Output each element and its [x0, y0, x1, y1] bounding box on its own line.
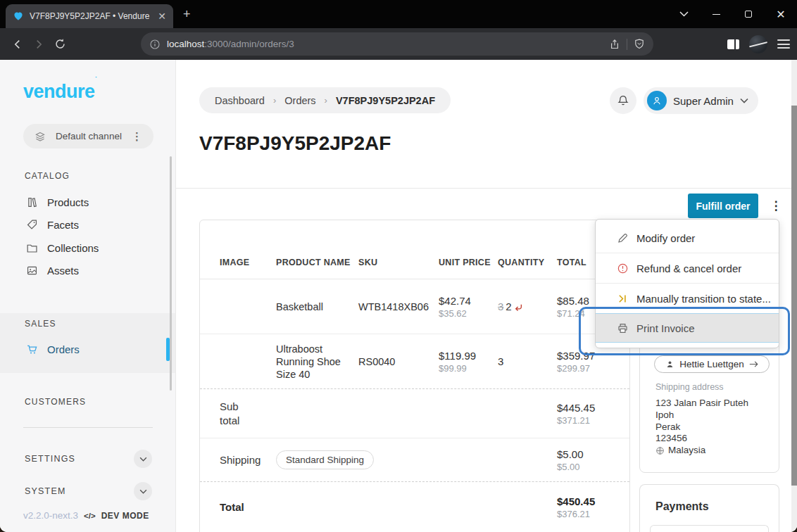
payments-card: Payments [639, 484, 779, 532]
user-avatar [647, 91, 667, 110]
version-row: v2.2.0-next.3 </> DEV MODE [23, 510, 149, 521]
breadcrumb: Dashboard › Orders › V7F8PJ9Y5P2JP2AF [199, 87, 451, 113]
menu-item-refund-cancel[interactable]: Refund & cancel order [596, 253, 779, 283]
subtotal-value: $445.45 [557, 402, 629, 414]
menu-item-transition-state[interactable]: Manually transition to state... [596, 284, 779, 313]
layers-icon [34, 131, 46, 142]
browser-tab[interactable]: V7F8PJ9Y5P2JP2AF • Vendure ✕ [6, 4, 173, 28]
menu-item-print-invoice[interactable]: Print Invoice [596, 313, 779, 343]
sidebar-section-settings[interactable]: SETTINGS [0, 448, 175, 469]
sidebar-item-products[interactable]: Products [0, 191, 175, 213]
page-title: V7F8PJ9Y5P2JP2AF [199, 132, 391, 155]
breadcrumb-current: V7F8PJ9Y5P2JP2AF [336, 95, 435, 106]
app-version: v2.2.0-next.3 [23, 510, 78, 521]
menu-item-label: Manually transition to state... [636, 293, 771, 305]
quantity-new: 2 [506, 300, 511, 312]
header-divider [176, 188, 797, 189]
order-total-net: $376.21 [557, 509, 629, 519]
table-header-row: IMAGE PRODUCT NAME SKU UNIT PRICE QUANTI… [200, 220, 629, 279]
browser-profile-avatar[interactable] [749, 35, 767, 53]
subtotal-label: Sub total [200, 400, 244, 428]
sidebar-item-label: Products [47, 196, 89, 208]
page-scrollbar[interactable] [791, 60, 797, 532]
breadcrumb-dashboard[interactable]: Dashboard [215, 95, 265, 106]
sidebar-item-facets[interactable]: Facets [0, 214, 175, 235]
sidebar-scrollbar-thumb[interactable] [170, 156, 172, 391]
url-host: localhost [167, 39, 204, 49]
customer-name: Hettie Luettgen [679, 359, 744, 369]
back-button[interactable] [7, 34, 28, 55]
sidebar-item-assets[interactable]: Assets [0, 260, 175, 281]
channel-menu-icon[interactable]: ⋮ [132, 130, 142, 143]
url-text[interactable]: localhost:3000/admin/orders/3 [167, 39, 603, 49]
fulfill-order-button[interactable]: Fulfill order [688, 194, 758, 218]
window-maximize-button[interactable] [732, 0, 765, 28]
breadcrumb-chevron-icon: › [273, 95, 276, 106]
dev-mode-label[interactable]: DEV MODE [101, 511, 149, 521]
favicon-vendure-icon [13, 11, 24, 22]
payment-entry [650, 525, 769, 532]
more-actions-button[interactable]: ⋮ [769, 195, 783, 216]
page-scrollbar-thumb[interactable] [791, 106, 797, 486]
new-tab-button[interactable]: + [183, 8, 191, 20]
channel-selector[interactable]: Default channel ⋮ [23, 124, 153, 148]
order-total-cell: $450.45 $376.21 [557, 495, 629, 519]
sidebar-item-collections[interactable]: Collections [0, 237, 175, 258]
sidebar-item-orders[interactable]: Orders [0, 338, 175, 360]
total-row: Total $450.45 $376.21 [200, 482, 629, 532]
user-menu[interactable]: Super Admin [644, 87, 758, 114]
window-close-button[interactable]: ✕ [765, 0, 797, 28]
column-header-image: IMAGE [200, 258, 276, 267]
reload-button[interactable] [49, 34, 70, 55]
window-controls: ✕ [667, 0, 797, 28]
unit-price: $42.74 [439, 295, 498, 307]
collections-icon [26, 242, 38, 254]
transition-icon [617, 293, 629, 305]
browser-titlebar: V7F8PJ9Y5P2JP2AF • Vendure ✕ + ✕ [0, 0, 797, 28]
product-sku: RS0040 [358, 356, 439, 367]
product-sku: WTB1418XB06 [358, 301, 439, 312]
address-country: Malaysia [668, 445, 705, 457]
address-line: 123456 [655, 433, 748, 445]
subtotal-net: $371.21 [557, 415, 629, 426]
menu-item-label: Modify order [636, 232, 695, 244]
shipping-row: Shipping Standard Shipping $5.00 $5.00 [200, 438, 629, 482]
window-menu-chevron-icon[interactable] [667, 0, 700, 28]
menu-item-label: Print Invoice [636, 322, 695, 334]
sidebar: vendure˙ Default channel ⋮ CATALOG Produ… [0, 60, 176, 532]
subtotal-row: Sub total $445.45 $371.21 [200, 389, 629, 438]
menu-item-modify-order[interactable]: Modify order [596, 223, 779, 253]
browser-menu-icon[interactable] [777, 39, 790, 49]
site-info-icon[interactable] [149, 39, 161, 50]
sidebar-item-label: Facets [47, 219, 79, 231]
url-bar[interactable]: localhost:3000/admin/orders/3 [141, 32, 653, 56]
forward-button[interactable] [28, 34, 49, 55]
breadcrumb-orders[interactable]: Orders [284, 95, 315, 106]
address-line: Ipoh [655, 410, 748, 422]
facets-icon [26, 219, 38, 231]
unit-price-cell: $42.74 $35.62 [439, 295, 498, 319]
shipping-address: 123 Jalan Pasir Puteh Ipoh Perak 123456 … [655, 398, 748, 457]
notifications-button[interactable] [610, 87, 636, 114]
sidebar-item-label: Orders [47, 343, 80, 355]
tab-close-icon[interactable]: ✕ [158, 11, 166, 21]
brave-shield-icon[interactable] [634, 38, 645, 50]
order-total-value: $450.45 [557, 495, 629, 507]
section-label-catalog: CATALOG [25, 171, 70, 181]
window-minimize-button[interactable] [700, 0, 732, 28]
settings-expand-button[interactable] [134, 450, 152, 468]
system-expand-button[interactable] [134, 482, 152, 500]
person-icon [665, 360, 674, 369]
code-icon: </> [84, 512, 96, 520]
section-label-system: SYSTEM [25, 486, 134, 496]
shipping-value: $5.00 [557, 448, 629, 460]
sidebar-section-system[interactable]: SYSTEM [0, 481, 175, 502]
sidebar-toggle-icon[interactable] [727, 39, 739, 49]
tab-title: V7F8PJ9Y5P2JP2AF • Vendure [30, 11, 152, 21]
sidebar-item-label: Assets [47, 265, 79, 277]
customer-link-button[interactable]: Hettie Luettgen [654, 355, 770, 373]
shipping-method-chip[interactable]: Standard Shipping [276, 450, 374, 469]
share-icon[interactable] [609, 38, 620, 50]
vendure-logo[interactable]: vendure˙ [23, 81, 97, 103]
vendure-admin-app: vendure˙ Default channel ⋮ CATALOG Produ… [0, 60, 797, 532]
